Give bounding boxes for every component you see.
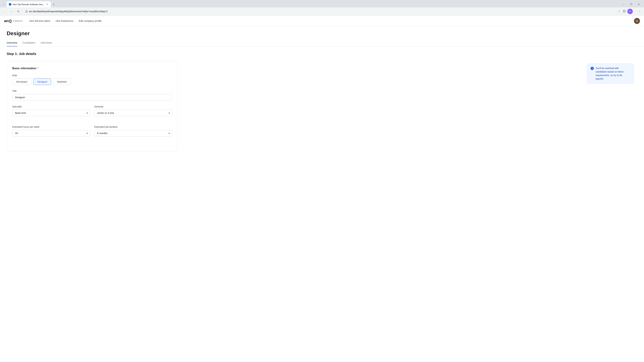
nav-link-hire-freelancers[interactable]: Hire freelancers	[56, 19, 74, 23]
role-label: Role	[12, 74, 172, 77]
role-buttons: Developer Designer Marketer	[12, 78, 172, 85]
hours-duration-row: Estimated hours per week 10 20 30 40 ▾ E…	[12, 125, 172, 141]
active-tab: Hire Top Remote Software Dev... ✕	[7, 1, 51, 7]
role-btn-developer[interactable]: Developer	[12, 78, 31, 85]
app-navbar: arc() Freelance Hire full-time talent Hi…	[0, 15, 644, 26]
hours-select-wrapper: 10 20 30 40 ▾	[12, 130, 90, 136]
tabs-bar: Overview Candidates Interviews	[0, 39, 644, 46]
bookmark-button[interactable]: ☆	[617, 9, 621, 13]
specialty-select[interactable]: Back-end Front-end Full-stack Mobile Dev…	[12, 110, 90, 116]
title-label: Title	[12, 90, 172, 92]
tab-favicon	[9, 3, 12, 6]
forward-button[interactable]: →	[8, 8, 14, 14]
tab-title: Hire Top Remote Software Dev...	[13, 3, 44, 6]
required-indicator: *	[37, 67, 38, 70]
role-field-group: Role Developer Designer Marketer	[12, 74, 172, 85]
url-text: arc.dev/dashboard/requests/kdyp4k9q28/ov…	[29, 10, 615, 13]
nav-links: Hire full-time talent Hire freelancers E…	[29, 19, 634, 23]
specialty-select-wrapper: Back-end Front-end Full-stack Mobile Dev…	[12, 110, 90, 116]
back-button[interactable]: ←	[1, 8, 7, 14]
form-card: Basic information * Role Developer Desig…	[7, 61, 178, 151]
seniority-label: Seniority	[94, 105, 172, 108]
seniority-field-group: Seniority Junior (1-3 yrs) Mid (3-5 yrs)…	[94, 105, 172, 116]
hours-label: Estimated hours per week	[12, 125, 90, 128]
duration-select[interactable]: 1 month 3 months 6 months 12 months	[94, 130, 172, 136]
page-title: Designer	[7, 30, 637, 36]
duration-field-group: Estimated job duration 1 month 3 months …	[94, 125, 172, 136]
chrome-menu-button[interactable]	[637, 8, 643, 14]
close-window-button[interactable]: ✕	[635, 2, 643, 7]
page-header: Designer	[0, 26, 644, 36]
window-controls: – ❐ ✕	[618, 2, 644, 7]
chrome-profile-avatar[interactable]: IC	[628, 9, 633, 14]
logo-area: arc() Freelance	[4, 19, 23, 23]
step-header: Step 1: Job details	[7, 52, 178, 56]
role-btn-marketer[interactable]: Marketer	[53, 78, 71, 85]
minimize-button[interactable]: –	[620, 2, 627, 7]
tooltip-text: You'll be matched with candidates based …	[596, 66, 630, 81]
duration-select-wrapper: 1 month 3 months 6 months 12 months ▾	[94, 130, 172, 136]
hours-select[interactable]: 10 20 30 40	[12, 130, 90, 136]
tab-candidates[interactable]: Candidates	[23, 39, 36, 46]
specialty-label: Specialty	[12, 105, 90, 108]
logo-badge: Freelance	[13, 19, 23, 22]
specialty-field-group: Specialty Back-end Front-end Full-stack …	[12, 105, 90, 116]
close-tab-button[interactable]: ✕	[46, 3, 49, 6]
svg-point-3	[640, 12, 640, 12]
address-bar[interactable]: arc.dev/dashboard/requests/kdyp4k9q28/ov…	[22, 8, 636, 14]
nav-link-hire-fulltime[interactable]: Hire full-time talent	[29, 19, 50, 23]
tab-interviews[interactable]: Interviews	[40, 39, 52, 46]
reload-button[interactable]: ↻	[16, 8, 21, 14]
user-avatar-initials: U	[636, 19, 638, 22]
tab-group-button[interactable]: ‹	[1, 2, 6, 7]
info-tooltip: i You'll be matched with candidates base…	[587, 64, 634, 83]
seniority-select[interactable]: Junior (1-3 yrs) Mid (3-5 yrs) Senior (5…	[94, 110, 172, 116]
form-container: Step 1: Job details Basic information * …	[0, 46, 184, 157]
logo-text: arc()	[4, 19, 12, 23]
new-tab-button[interactable]: +	[52, 2, 56, 7]
svg-rect-0	[26, 11, 28, 12]
section-title: Basic information *	[12, 67, 172, 70]
lock-icon	[25, 10, 28, 12]
title-input[interactable]	[12, 94, 172, 100]
title-field-group: Title	[12, 90, 172, 100]
nav-link-edit-profile[interactable]: Edit company profile	[79, 19, 102, 23]
svg-point-2	[640, 11, 640, 11]
incognito-label: IC	[629, 10, 631, 12]
svg-point-1	[640, 10, 640, 11]
user-avatar[interactable]: U	[634, 18, 640, 24]
extensions-button[interactable]	[622, 9, 627, 13]
specialty-seniority-row: Specialty Back-end Front-end Full-stack …	[12, 105, 172, 121]
address-bar-icons: ☆ IC	[617, 9, 633, 14]
seniority-select-wrapper: Junior (1-3 yrs) Mid (3-5 yrs) Senior (5…	[94, 110, 172, 116]
maximize-button[interactable]: ❐	[627, 2, 635, 7]
tab-overview[interactable]: Overview	[7, 39, 17, 46]
hours-field-group: Estimated hours per week 10 20 30 40 ▾	[12, 125, 90, 136]
role-btn-designer[interactable]: Designer	[33, 78, 51, 85]
info-icon: i	[590, 67, 594, 70]
address-bar-row: ← → ↻ arc.dev/dashboard/requests/kdyp4k9…	[0, 7, 644, 15]
duration-label: Estimated job duration	[94, 125, 172, 128]
page-content: Designer Overview Candidates Interviews …	[0, 26, 644, 157]
